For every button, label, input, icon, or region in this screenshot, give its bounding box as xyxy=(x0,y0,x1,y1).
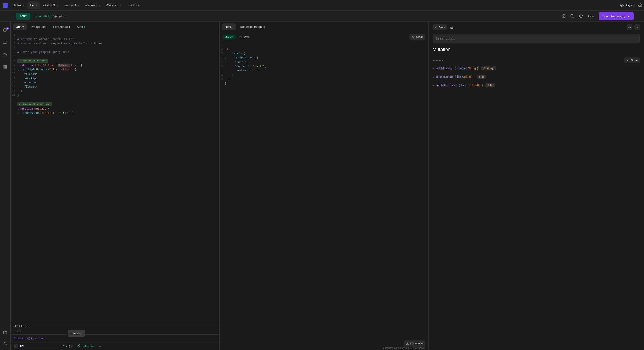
file-variable-row: 1 file 1 file(s) Select files × xyxy=(11,342,219,350)
docs-pane: Back ⋯ × Mutation FIELDS None xyxy=(429,22,644,350)
line-gutter: 12345678910111213141516 xyxy=(11,32,18,323)
file-count: 1 file(s) xyxy=(63,345,72,348)
tab-label: Window 3 xyxy=(42,3,55,7)
query-sub-tabs: Query Pre-request Post-request Auth xyxy=(11,22,219,32)
bullet-icon xyxy=(432,68,434,69)
close-icon[interactable]: × xyxy=(56,3,58,7)
files-bar: Add files Learn more xyxy=(11,335,219,342)
svg-rect-8 xyxy=(5,65,6,67)
response-time: 32ms xyxy=(239,35,250,38)
svg-rect-5 xyxy=(572,15,574,18)
dashboard-icon[interactable]: ● xyxy=(3,28,8,32)
send-request-button[interactable]: Send (message) xyxy=(599,12,634,20)
add-files-button[interactable]: Add files xyxy=(14,337,24,340)
tab-post-request[interactable]: Post-request xyxy=(50,23,73,30)
close-icon[interactable]: × xyxy=(120,3,122,7)
code-body[interactable]: # Welcome to Altair GraphQL Client. # Yo… xyxy=(18,32,106,323)
result-pane: Result Response headers 200 OK 32ms Clea… xyxy=(220,22,428,350)
close-icon[interactable]: × xyxy=(23,3,24,7)
svg-rect-7 xyxy=(4,65,5,67)
action-bar: POST {{baseUrl}}/graphql Docs Send (mess… xyxy=(0,11,644,22)
field-row[interactable]: addMessage ( content String ) Message xyxy=(432,66,640,70)
download-icon xyxy=(406,342,409,345)
docs-menu-icon[interactable]: ⋯ xyxy=(626,24,632,30)
tab-pre-request[interactable]: Pre-request xyxy=(28,23,49,30)
file-variable-input[interactable]: file xyxy=(20,344,61,348)
tab-response-headers[interactable]: Response headers xyxy=(237,23,268,30)
result-meta: 200 OK 32ms Clear xyxy=(220,32,428,42)
tab-label: Window 5 xyxy=(85,3,97,7)
fields-list: addMessage ( content String ) Message si… xyxy=(432,66,640,87)
field-row[interactable]: singleUpload ( file Upload! ) File xyxy=(432,75,640,79)
window-tab[interactable]: file× xyxy=(28,1,40,9)
sort-icon xyxy=(627,59,630,62)
variables-title[interactable]: VARIABLES xyxy=(13,324,217,329)
tab-label: Window 4 xyxy=(64,3,76,7)
eye-icon xyxy=(620,3,624,7)
close-docs-icon[interactable]: × xyxy=(634,24,640,30)
auth-active-dot xyxy=(84,26,85,28)
args-collapsed-icon[interactable]: ⋯ xyxy=(74,64,77,67)
file-index: 1 xyxy=(14,344,18,348)
window-tab[interactable]: photos× xyxy=(10,1,27,9)
collections-icon[interactable] xyxy=(3,331,8,335)
tab-query[interactable]: Query xyxy=(13,23,27,30)
reload-schema-icon[interactable] xyxy=(578,14,583,19)
tab-auth[interactable]: Auth xyxy=(74,23,88,30)
copy-icon[interactable] xyxy=(570,14,575,19)
window-tab[interactable]: Window 4× xyxy=(61,1,82,9)
history-icon[interactable] xyxy=(3,53,8,57)
docs-home-icon[interactable] xyxy=(449,25,454,30)
sync-icon[interactable] xyxy=(3,40,8,45)
run-operation-chip[interactable]: ▶ (Send mutation file) xyxy=(18,59,48,63)
account-icon[interactable] xyxy=(3,342,8,346)
clear-result-button[interactable]: Clear xyxy=(409,34,426,40)
window-tab[interactable]: Window 3× xyxy=(40,1,61,9)
tab-label: Window 6 xyxy=(106,3,118,7)
remove-file-row-icon[interactable]: × xyxy=(99,345,101,348)
result-viewer[interactable]: 123456789 ⌄{ ⌄ "data": { ⌄ "addMessage":… xyxy=(220,42,428,350)
info-icon xyxy=(27,337,30,340)
bullet-icon xyxy=(432,77,434,78)
send-label: Send xyxy=(602,14,610,18)
window-tab[interactable]: Window 5× xyxy=(82,1,103,9)
docs-search-input[interactable] xyxy=(432,34,640,43)
docs-back-button[interactable]: Back xyxy=(432,24,447,30)
download-result-button[interactable]: Download xyxy=(404,341,426,347)
docs-toggle[interactable]: Docs xyxy=(587,14,594,18)
fields-filter[interactable]: None xyxy=(624,57,640,63)
docs-type-title: Mutation xyxy=(432,47,640,52)
svg-point-11 xyxy=(4,342,6,343)
close-icon[interactable]: × xyxy=(35,3,37,7)
clock-icon xyxy=(239,35,242,38)
rail-badge: ● xyxy=(6,27,8,29)
plugins-icon[interactable] xyxy=(3,65,8,69)
status-badge: 200 OK xyxy=(222,35,236,39)
settings-icon[interactable] xyxy=(638,3,643,8)
app-logo xyxy=(3,3,8,8)
add-icon[interactable] xyxy=(561,14,566,19)
bullet-icon xyxy=(432,85,434,86)
query-pane: Query Pre-request Post-request Auth 1234… xyxy=(11,22,220,350)
query-editor[interactable]: 12345678910111213141516 # Welcome to Alt… xyxy=(11,32,219,323)
tab-result[interactable]: Result xyxy=(222,23,236,30)
request-url[interactable]: {{baseUrl}}/graphql xyxy=(34,14,66,18)
svg-point-1 xyxy=(640,5,641,6)
run-operation-chip[interactable]: ▶ (Send mutation message) xyxy=(18,102,52,106)
close-icon[interactable]: × xyxy=(99,3,100,7)
tab-label: file xyxy=(30,3,34,7)
variables-section: VARIABLES 1 {} xyxy=(11,323,219,335)
select-files-button[interactable]: Select files xyxy=(77,345,95,348)
arrow-left-icon xyxy=(435,26,438,29)
http-method-button[interactable]: POST xyxy=(16,13,30,19)
field-row[interactable]: multipleUploads ( files [Upload!]! ) [Fi… xyxy=(432,83,640,87)
learn-more-link[interactable]: Learn more xyxy=(27,337,45,340)
add-tab-button[interactable]: + Add new xyxy=(124,3,144,7)
paperclip-icon xyxy=(77,345,80,348)
variables-editor[interactable]: 1 {} xyxy=(13,329,217,335)
close-icon[interactable]: × xyxy=(78,3,79,7)
window-tab[interactable]: Window 6× xyxy=(104,1,124,9)
chevron-down-icon xyxy=(627,15,630,18)
environment-selector[interactable]: Staging xyxy=(620,3,634,7)
last-updated: Last updated: Apr 27, 2024, 4:31:50 AM xyxy=(383,347,425,349)
